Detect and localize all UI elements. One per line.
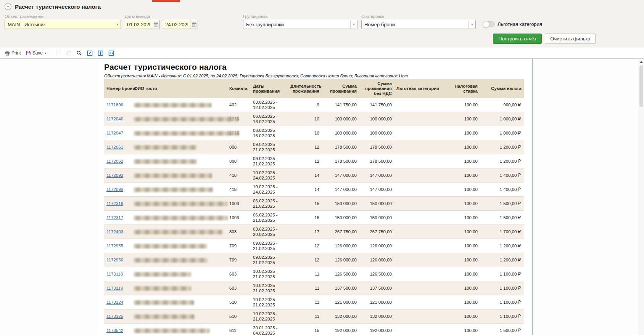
cell-nights: 12 xyxy=(288,239,322,253)
cell-tax_rate: 100.00 xyxy=(444,324,480,335)
cell-stay_amount: 147 000,00 xyxy=(322,183,359,197)
cell-tax_rate: 100.00 xyxy=(444,267,480,281)
cell-stay_amount: 100 000,00 xyxy=(322,126,359,140)
toggle-track-icon xyxy=(483,21,495,27)
grouping-select[interactable]: Без группировки ▼ xyxy=(243,20,357,29)
cell-guest-name xyxy=(132,309,227,324)
booking-number-link[interactable]: 1172093 xyxy=(106,187,123,192)
booking-number-link[interactable]: 1173542 xyxy=(106,328,123,333)
cell-tax_rate: 100.00 xyxy=(444,140,480,154)
guest-name-redacted xyxy=(134,131,239,136)
cell-category xyxy=(394,112,444,126)
cell-room: 510 xyxy=(227,309,251,324)
find-button[interactable] xyxy=(74,49,84,57)
booking-number-link[interactable]: 1172955 xyxy=(106,244,123,248)
table-row: 117209241810.02.2025 - 24.02.202514147 0… xyxy=(104,168,524,183)
guest-name-redacted xyxy=(134,286,192,291)
cell-booking: 1173124 xyxy=(104,295,132,309)
cell-nights: 12 xyxy=(288,253,322,267)
cell-category xyxy=(394,324,444,335)
cell-tax: 1 500,00 ₽ xyxy=(480,211,524,225)
cell-tax: 1 500,00 ₽ xyxy=(480,197,524,211)
placement-select[interactable]: MAIN - Источник ▼ xyxy=(5,20,121,29)
cell-tax: 1 200,00 ₽ xyxy=(480,239,524,253)
grouping-field: Группировка Без группировки ▼ xyxy=(243,14,357,29)
booking-number-link[interactable]: 1172956 xyxy=(106,258,123,262)
booking-number-link[interactable]: 1172317 xyxy=(106,215,123,220)
cell-stay_no_vat: 121 000,00 xyxy=(359,295,394,309)
cell-stay_no_vat: 267 750,00 xyxy=(359,225,394,239)
booking-number-link[interactable]: 1172061 xyxy=(106,145,123,149)
date-from-input[interactable] xyxy=(125,20,152,29)
cell-stay_amount: 126 500,00 xyxy=(322,267,359,281)
cell-stay_no_vat: 150 000,00 xyxy=(359,211,394,225)
grouping-value: Без группировки xyxy=(246,22,284,27)
cell-tax_rate: 100.00 xyxy=(444,295,480,309)
guest-name-redacted xyxy=(134,244,207,248)
fit-width-button[interactable] xyxy=(106,49,116,57)
page-title: Расчет туристического налога xyxy=(15,3,101,10)
booking-number-link[interactable]: 1172047 xyxy=(106,131,123,135)
col-header-dates: Даты проживания xyxy=(251,79,288,98)
cell-dates: 10.02.2025 - 21.02.2025 xyxy=(251,281,288,295)
first-page-button[interactable] xyxy=(54,49,63,57)
col-header-nights: Длительность проживания xyxy=(288,79,322,98)
zoom-page-button[interactable] xyxy=(85,49,95,57)
cell-room: 611 xyxy=(227,324,251,335)
booking-number-link[interactable]: 1173118 xyxy=(106,272,123,276)
cell-nights: 9 xyxy=(288,98,322,112)
report-page: Расчет туристического налога Объект разм… xyxy=(98,59,533,335)
sorting-select[interactable]: Номер брони ▼ xyxy=(361,20,476,29)
calendar-button-to[interactable] xyxy=(190,20,198,29)
cell-tax_rate: 100.00 xyxy=(444,183,480,197)
cell-guest-name xyxy=(132,154,227,168)
vertical-scrollbar[interactable] xyxy=(638,59,644,335)
fit-height-button[interactable] xyxy=(96,49,105,57)
cell-dates: 06.02.2025 - 16.02.2025 xyxy=(251,126,288,140)
app-header: Расчет туристического налога xyxy=(0,0,644,13)
table-row: 117354261120.01.2025 - 04.02.202515192 0… xyxy=(104,324,524,335)
booking-number-link[interactable]: 1172316 xyxy=(106,201,123,206)
booking-number-link[interactable]: 1172403 xyxy=(106,229,123,234)
build-report-button[interactable]: Построить отчёт xyxy=(493,34,542,44)
booking-number-link[interactable]: 1173124 xyxy=(106,300,123,305)
booking-number-link[interactable]: 1172046 xyxy=(106,117,123,121)
booking-number-link[interactable]: 1173119 xyxy=(106,286,123,290)
bookmarks-button[interactable] xyxy=(64,49,73,57)
save-button[interactable]: Save ▾ xyxy=(24,49,48,57)
save-menu-caret-icon: ▾ xyxy=(45,51,46,55)
guest-name-redacted xyxy=(134,159,197,164)
cell-tax_rate: 100.00 xyxy=(444,309,480,324)
fit-height-icon xyxy=(98,50,103,56)
cell-guest-name xyxy=(132,211,227,225)
booking-number-link[interactable]: 1172062 xyxy=(106,159,123,163)
cell-dates: 10.02.2025 - 24.02.2025 xyxy=(251,168,288,183)
cell-stay_no_vat: 126 000,00 xyxy=(359,253,394,267)
cell-guest-name xyxy=(132,267,227,281)
clear-filter-button[interactable]: Очистить фильтр xyxy=(545,34,596,44)
privileged-category-toggle[interactable]: Льготная категория xyxy=(483,21,542,27)
report-table-body: 117189640203.02.2025 - 12.02.20259141 75… xyxy=(104,98,524,335)
scrollbar-thumb[interactable] xyxy=(639,65,643,107)
date-to-input[interactable] xyxy=(163,20,190,29)
save-label: Save xyxy=(32,50,43,56)
cell-nights: 11 xyxy=(288,281,322,295)
cell-room: 709 xyxy=(227,239,251,253)
cell-stay_amount: 150 000,00 xyxy=(322,197,359,211)
booking-number-link[interactable]: 1173125 xyxy=(106,314,123,319)
cell-nights: 15 xyxy=(288,324,322,335)
sorting-value: Номер брони xyxy=(364,22,395,27)
cell-stay_amount: 126 000,00 xyxy=(322,239,359,253)
booking-number-link[interactable]: 1172092 xyxy=(106,173,123,178)
chevron-down-icon: ▼ xyxy=(469,20,475,29)
cell-room: 603 xyxy=(227,281,251,295)
collapse-filters-button[interactable] xyxy=(5,3,11,10)
calendar-button-from[interactable] xyxy=(152,20,160,29)
booking-number-link[interactable]: 1171896 xyxy=(106,103,123,107)
scroll-up-icon[interactable] xyxy=(640,61,643,63)
cell-room: 1003 xyxy=(227,211,251,225)
print-button[interactable]: Print xyxy=(3,49,23,57)
cell-stay_no_vat: 147 000,00 xyxy=(359,168,394,183)
cell-stay_amount: 121 000,00 xyxy=(322,295,359,309)
cell-stay_no_vat: 100 000,00 xyxy=(359,126,394,140)
